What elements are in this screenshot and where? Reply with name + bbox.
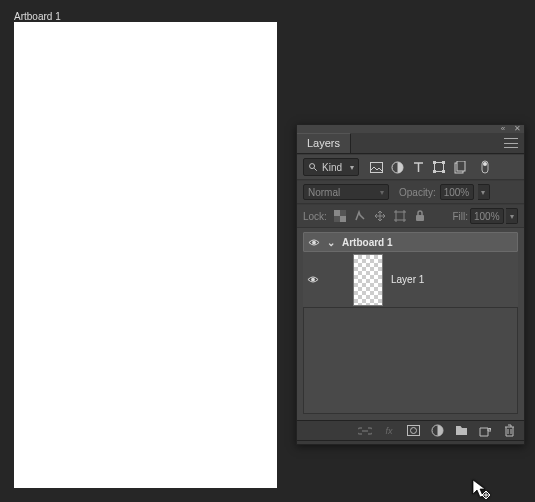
artboard-row[interactable]: ⌄ Artboard 1	[303, 232, 518, 252]
svg-rect-14	[340, 216, 346, 222]
panel-bottom-bar: fx	[297, 420, 524, 440]
layer-list-empty	[303, 308, 518, 414]
svg-rect-7	[433, 170, 436, 173]
lock-all-icon[interactable]	[413, 209, 427, 223]
svg-rect-2	[370, 162, 382, 172]
opacity-value[interactable]: 100%	[440, 184, 474, 200]
filter-pixel-icon[interactable]	[369, 160, 383, 174]
cursor-icon	[472, 479, 494, 501]
filter-icons	[369, 160, 492, 174]
svg-rect-6	[442, 161, 445, 164]
svg-rect-8	[442, 170, 445, 173]
svg-point-22	[410, 428, 416, 434]
group-icon[interactable]	[454, 424, 468, 438]
opacity-dropdown[interactable]: ▾	[478, 184, 490, 200]
layer-thumbnail[interactable]	[353, 254, 383, 306]
svg-rect-16	[334, 216, 340, 222]
collapse-icon[interactable]: «	[499, 125, 507, 133]
filter-adjust-icon[interactable]	[390, 160, 404, 174]
svg-point-19	[312, 240, 316, 244]
panel-resize-grip[interactable]	[297, 440, 524, 444]
filter-smart-icon[interactable]	[453, 160, 467, 174]
fx-icon[interactable]: fx	[382, 424, 396, 438]
svg-rect-15	[340, 210, 346, 216]
svg-point-20	[311, 278, 315, 282]
layer-row[interactable]: Layer 1	[303, 252, 518, 308]
lock-row: Lock: Fill: 100% ▾	[297, 204, 524, 228]
svg-rect-18	[416, 215, 424, 221]
svg-rect-10	[457, 161, 465, 171]
blend-mode-label: Normal	[308, 187, 340, 198]
panel-menu-icon[interactable]	[504, 138, 518, 148]
layer-list: ⌄ Artboard 1 Layer 1	[297, 228, 524, 420]
artboard-label: Artboard 1	[14, 11, 61, 22]
adjustment-icon[interactable]	[430, 424, 444, 438]
chevron-down-icon: ▾	[380, 188, 384, 197]
blend-row: Normal ▾ Opacity: 100% ▾	[297, 180, 524, 204]
panel-topbar: « ✕	[297, 125, 524, 133]
fill-label: Fill:	[452, 211, 468, 222]
tab-layers[interactable]: Layers	[297, 133, 351, 153]
filter-kind-label: Kind	[322, 162, 342, 173]
lock-label: Lock:	[303, 211, 327, 222]
artboard-name: Artboard 1	[342, 237, 393, 248]
search-icon	[308, 162, 318, 172]
lock-image-icon[interactable]	[353, 209, 367, 223]
filter-kind-select[interactable]: Kind ▾	[303, 158, 359, 176]
visibility-icon[interactable]	[307, 274, 319, 286]
lock-position-icon[interactable]	[373, 209, 387, 223]
link-icon[interactable]	[358, 424, 372, 438]
fill-value[interactable]: 100%	[470, 208, 504, 224]
svg-rect-5	[433, 161, 436, 164]
close-icon[interactable]: ✕	[513, 125, 521, 133]
filter-shape-icon[interactable]	[432, 160, 446, 174]
filter-type-icon[interactable]	[411, 160, 425, 174]
opacity-label: Opacity:	[399, 187, 436, 198]
layer-name[interactable]: Layer 1	[391, 274, 424, 285]
chevron-down-icon: ▾	[350, 163, 354, 172]
panel-tabs: Layers	[297, 133, 524, 154]
filter-row: Kind ▾	[297, 154, 524, 180]
svg-rect-13	[334, 210, 340, 216]
lock-artboard-icon[interactable]	[393, 209, 407, 223]
layers-panel: « ✕ Layers Kind ▾ Normal ▾ Opacity: 100%…	[296, 124, 525, 445]
lock-transparency-icon[interactable]	[333, 209, 347, 223]
filter-toggle-icon[interactable]	[478, 160, 492, 174]
svg-point-12	[483, 162, 487, 166]
chevron-down-icon[interactable]: ⌄	[326, 237, 336, 247]
visibility-icon[interactable]	[308, 236, 320, 248]
artboard-canvas[interactable]	[14, 22, 277, 488]
mask-icon[interactable]	[406, 424, 420, 438]
svg-line-1	[314, 168, 317, 171]
trash-icon[interactable]	[502, 424, 516, 438]
svg-rect-17	[396, 212, 404, 220]
svg-point-0	[310, 164, 315, 169]
new-layer-icon[interactable]	[478, 424, 492, 438]
blend-mode-select[interactable]: Normal ▾	[303, 184, 389, 200]
fill-dropdown[interactable]: ▾	[506, 208, 518, 224]
